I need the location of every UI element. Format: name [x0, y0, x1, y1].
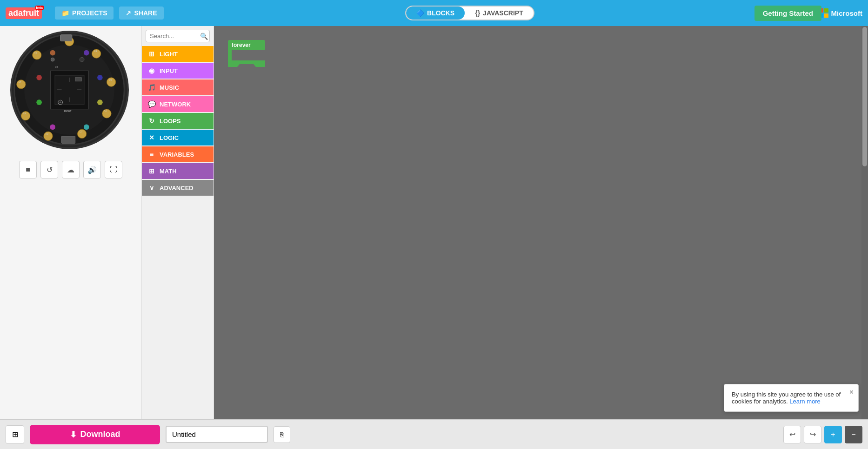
search-button[interactable]: 🔍 [200, 33, 208, 40]
svg-text:D8: D8 [55, 66, 58, 68]
vscroll-thumb [862, 27, 867, 166]
svg-marker-48 [228, 64, 265, 67]
blocks-tab[interactable]: 🔷 BLOCKS [406, 7, 465, 20]
search-box: 🔍 [146, 30, 210, 42]
folder-icon: 📁 [61, 9, 69, 17]
variables-icon: ≡ [147, 151, 156, 158]
math-icon: ⊞ [147, 167, 156, 175]
copy-icon: ⎘ [280, 431, 284, 438]
category-loops[interactable]: ↻ LOOPS [142, 113, 214, 129]
loops-label: LOOPS [160, 118, 181, 125]
logo-box: adafruit beta [6, 7, 42, 19]
microsoft-label: Microsoft [831, 9, 863, 17]
bottom-right-controls: ↩ ↪ + − [783, 426, 862, 443]
volume-icon: 🔊 [87, 165, 97, 174]
forever-block-svg: forever [228, 40, 270, 68]
advanced-icon: ∨ [147, 184, 156, 191]
simulate-icon: ☁ [67, 165, 74, 174]
category-variables[interactable]: ≡ VARIABLES [142, 146, 214, 162]
board-svg: GND A9 D5 A1 D7 A0 RX SY TX [12, 31, 127, 149]
zoom-out-button[interactable]: − [845, 426, 862, 443]
copy-project-button[interactable]: ⎘ [274, 426, 290, 443]
cookie-close-button[interactable]: × [849, 388, 854, 396]
home-button[interactable]: ⊞ [6, 425, 24, 444]
blocks-label: BLOCKS [427, 9, 454, 17]
getting-started-label: Getting Started [763, 9, 813, 17]
zoom-out-icon: − [851, 430, 855, 439]
close-icon: × [849, 388, 854, 396]
getting-started-button[interactable]: Getting Started [754, 6, 821, 21]
category-input[interactable]: ◉ INPUT [142, 63, 214, 79]
advanced-label: ADVANCED [160, 185, 194, 191]
project-name-input[interactable] [166, 426, 268, 443]
category-math[interactable]: ⊞ MATH [142, 163, 214, 179]
simulate-button[interactable]: ☁ [62, 161, 80, 178]
download-icon: ⬇ [70, 429, 77, 440]
categories-panel: 🔍 ⊞ LIGHT ◉ INPUT 🎵 MUSIC 💬 NETWORK ↻ LO… [142, 26, 214, 449]
bottom-bar: ⊞ ⬇ Download ⎘ ↩ ↪ + − [0, 419, 868, 449]
svg-point-34 [36, 75, 42, 80]
share-label: SHARE [134, 9, 157, 17]
svg-point-39 [84, 125, 89, 130]
svg-text:A0: A0 [46, 133, 48, 135]
svg-text:A9: A9 [94, 50, 97, 53]
undo-button[interactable]: ↩ [783, 426, 801, 443]
category-advanced[interactable]: ∨ ADVANCED [142, 180, 214, 196]
svg-text:forever: forever [232, 42, 251, 48]
logo-area: adafruit beta [6, 7, 42, 19]
share-button[interactable]: ↗ SHARE [119, 7, 163, 20]
zoom-in-button[interactable]: + [824, 426, 842, 443]
svg-text:RESET: RESET [64, 110, 71, 112]
logo-text: adafruit [8, 8, 39, 18]
svg-point-41 [84, 50, 89, 56]
volume-button[interactable]: 🔊 [83, 161, 101, 178]
svg-text:D7: D7 [80, 131, 82, 133]
category-music[interactable]: 🎵 MUSIC [142, 79, 214, 95]
svg-point-26 [80, 57, 84, 62]
svg-point-38 [50, 125, 55, 130]
svg-point-36 [36, 99, 42, 105]
redo-icon: ↪ [810, 430, 816, 439]
cookie-learn-more-link[interactable]: Learn more [789, 398, 820, 405]
forever-block[interactable]: forever [228, 40, 270, 70]
svg-text:TX: TX [34, 52, 37, 54]
header: adafruit beta 📁 PROJECTS ↗ SHARE 🔷 BLOCK… [0, 0, 868, 26]
math-label: MATH [160, 168, 177, 175]
simulator-controls: ■ ↺ ☁ 🔊 ⛶ [19, 161, 122, 178]
logo-beta: beta [35, 6, 44, 10]
category-light[interactable]: ⊞ LIGHT [142, 46, 214, 62]
share-icon: ↗ [126, 9, 131, 17]
javascript-tab[interactable]: {} JAVASCRIPT [465, 7, 534, 20]
projects-label: PROJECTS [72, 9, 107, 17]
category-network[interactable]: 💬 NETWORK [142, 96, 214, 112]
zoom-in-icon: + [831, 430, 835, 439]
blocks-icon: 🔷 [416, 9, 424, 17]
svg-point-40 [50, 50, 55, 56]
learn-more-label: Learn more [789, 398, 820, 405]
input-label: INPUT [160, 67, 178, 74]
reset-button[interactable]: ↺ [40, 161, 58, 178]
variables-label: VARIABLES [160, 151, 194, 158]
code-icon: {} [475, 9, 480, 17]
stop-icon: ■ [26, 165, 30, 174]
svg-point-27 [51, 58, 54, 61]
cookie-text: By using this site you agree to the use … [732, 391, 841, 405]
svg-text:A1: A1 [104, 110, 107, 112]
loops-icon: ↻ [147, 117, 156, 125]
music-label: MUSIC [160, 84, 179, 91]
redo-button[interactable]: ↪ [804, 426, 821, 443]
category-logic[interactable]: ✕ LOGIC [142, 130, 214, 145]
stop-button[interactable]: ■ [19, 161, 37, 178]
fullscreen-icon: ⛶ [110, 165, 117, 174]
projects-button[interactable]: 📁 PROJECTS [55, 7, 114, 20]
search-icon: 🔍 [200, 33, 208, 40]
svg-point-37 [97, 99, 103, 105]
svg-rect-29 [60, 35, 72, 41]
download-label: Download [80, 429, 120, 439]
board-container: GND A9 D5 A1 D7 A0 RX SY TX [10, 31, 131, 152]
fullscreen-button[interactable]: ⛶ [105, 161, 122, 178]
download-button[interactable]: ⬇ Download [30, 425, 160, 444]
workspace-vscrollbar[interactable] [861, 26, 868, 419]
microsoft-logo: Microsoft [819, 8, 863, 18]
music-icon: 🎵 [147, 84, 156, 91]
